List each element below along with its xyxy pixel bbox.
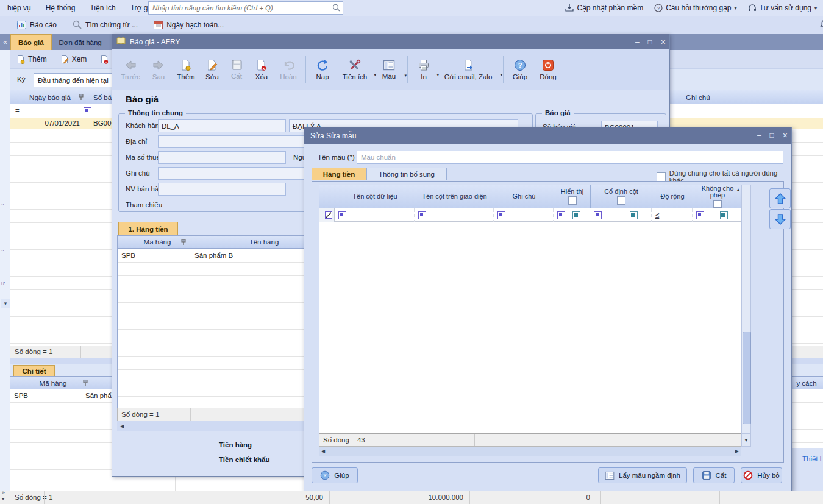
search-icon[interactable] — [332, 4, 343, 13]
toolbar-print-button[interactable]: In▾ — [411, 59, 436, 80]
find-voucher-button[interactable]: Tìm chứng từ ... — [73, 20, 138, 29]
list-view-button[interactable]: Xem — [60, 55, 87, 64]
close-icon[interactable]: × — [783, 130, 788, 140]
bell-icon[interactable] — [820, 20, 823, 30]
customer-code-field[interactable]: DL_A — [158, 119, 286, 132]
update-software[interactable]: Cập nhật phần mềm — [565, 4, 643, 12]
support-menu[interactable]: Tư vấn sử dụng▾ — [748, 4, 817, 12]
toolbar-undo-button[interactable]: Hoàn — [274, 59, 302, 80]
sidebar-dropdown-icon[interactable]: ▼ — [1, 299, 10, 308]
filter-visible[interactable] — [554, 208, 590, 222]
pin-icon[interactable] — [181, 239, 186, 247]
toolbar-delete-button[interactable]: xXóa — [249, 59, 274, 80]
column-divider[interactable] — [90, 90, 90, 104]
modal-titlebar[interactable]: Sửa Sửa mẫu –□× — [304, 127, 791, 144]
template-name-input[interactable] — [357, 151, 783, 163]
detail-tab[interactable]: Chi tiết — [13, 365, 55, 377]
list-add-button[interactable]: Thêm — [16, 55, 47, 64]
col-quy-cach-partial[interactable]: y cách — [791, 377, 822, 389]
search-input[interactable] — [149, 4, 332, 12]
column-divider[interactable] — [191, 236, 191, 248]
report-button[interactable]: Báo cáo — [17, 21, 57, 29]
grid-vscrollbar[interactable] — [741, 185, 751, 433]
items-tab[interactable]: 1. Hàng tiền — [118, 222, 178, 236]
filter-icon[interactable] — [84, 107, 91, 115]
move-down-button[interactable] — [769, 209, 791, 229]
toolbar-prev-button[interactable]: Trước — [116, 59, 145, 80]
minimize-icon[interactable]: – — [757, 131, 761, 140]
settings-link[interactable]: Thiết l — [802, 455, 821, 463]
col-note[interactable]: Ghi chú — [494, 185, 554, 208]
scroll-left-icon[interactable]: ◀ — [120, 424, 124, 429]
grid-hscrollbar[interactable]: ◀ ▶ — [319, 447, 741, 456]
grid-filter-row[interactable]: ≤ — [319, 208, 741, 222]
toolbar-template-button[interactable]: Mẫu▾ — [374, 60, 404, 80]
filter-locked[interactable] — [693, 208, 741, 222]
minimize-icon[interactable]: – — [635, 38, 640, 46]
sales-field[interactable] — [158, 183, 286, 196]
scroll-down-button[interactable]: ▼ — [741, 433, 751, 447]
toolbar-add-button[interactable]: Thêm — [172, 59, 200, 80]
help-button[interactable]: ?Giúp — [312, 467, 358, 483]
tab-thong-tin-bo-sung[interactable]: Thông tin bổ sung — [366, 168, 447, 180]
filter-width[interactable]: ≤ — [652, 208, 693, 222]
check-all-visible[interactable] — [568, 196, 577, 205]
col-width[interactable]: Độ rộng — [652, 185, 693, 208]
toolbar-reload-button[interactable]: Nạp — [309, 59, 336, 80]
col-field-name[interactable]: Tên cột dữ liệu — [335, 185, 415, 208]
toolbar-edit-button[interactable]: Sửa — [200, 59, 224, 80]
scroll-left-icon[interactable]: ◀ — [321, 449, 325, 454]
toolbar-next-button[interactable]: Sau — [145, 59, 172, 80]
toolbar-save-button[interactable]: Cất — [224, 59, 249, 80]
tax-field[interactable] — [158, 151, 286, 164]
expand-icon[interactable]: » — [2, 489, 5, 495]
default-template-button[interactable]: Lấy mẫu ngầm định — [598, 467, 687, 483]
collapse-sidebar-icon[interactable]: « — [0, 34, 10, 50]
feature-search[interactable] — [148, 1, 343, 15]
filter-fixed[interactable] — [590, 208, 652, 222]
col-ghi-chu[interactable]: Ghi chú — [686, 90, 722, 104]
col-display-name[interactable]: Tên cột trên giao diện — [415, 185, 494, 208]
save-button[interactable]: Cất — [693, 467, 735, 483]
col-visible[interactable]: Hiển thị — [554, 185, 591, 208]
tab-don-dat-hang[interactable]: Đơn đặt hàng — [52, 35, 109, 50]
move-up-button[interactable] — [769, 188, 791, 208]
col-locked[interactable]: Không cho phép▲ — [693, 185, 742, 208]
menu-he-thong[interactable]: Hệ thống — [38, 4, 83, 12]
arrow-left-icon — [124, 59, 137, 71]
check-all-locked[interactable] — [713, 200, 722, 208]
dialog-titlebar[interactable]: Báo giá - AFRY –□× — [112, 34, 669, 49]
toolbar-send-email-button[interactable]: Gửi email, Zalo▾ — [436, 59, 500, 80]
filter-note[interactable] — [494, 208, 554, 222]
toolbar-utilities-button[interactable]: Tiện ích▾ — [336, 59, 374, 80]
check-all-fixed[interactable] — [617, 196, 625, 205]
menu-tien-ich[interactable]: Tiện ích — [82, 4, 123, 12]
posting-date-button[interactable]: Ngày hạch toán... — [154, 21, 224, 29]
pin-icon[interactable] — [79, 94, 84, 102]
maximize-icon[interactable]: □ — [648, 38, 652, 46]
filter-operator[interactable]: = — [15, 107, 20, 114]
col-ngay-bao-gia[interactable]: Ngày báo giá — [23, 90, 77, 104]
maximize-icon[interactable]: □ — [770, 131, 774, 140]
filter-display[interactable] — [415, 208, 494, 222]
dropdown-icon[interactable]: ▾ — [2, 496, 4, 502]
toolbar-help-button[interactable]: ?Giúp — [507, 59, 533, 80]
cancel-button[interactable]: Hủy bỏ — [741, 467, 782, 483]
collapsed-sidebar[interactable]: .. .. ư.. ▼ — [0, 50, 11, 491]
col-ten-hang[interactable]: Tên hàng — [227, 236, 301, 248]
faq-menu[interactable]: ?Câu hỏi thường gặp▾ — [654, 4, 736, 12]
col-fixed[interactable]: Cố định cột — [591, 185, 652, 208]
menu-nghiep-vu[interactable]: hiệp vụ — [0, 4, 38, 12]
toolbar-close-button[interactable]: Đóng — [533, 59, 563, 80]
tab-bao-gia[interactable]: Báo giá — [10, 34, 52, 50]
column-divider[interactable] — [94, 377, 94, 389]
scroll-thumb[interactable] — [743, 332, 751, 424]
scroll-right-icon[interactable]: ▶ — [735, 449, 739, 454]
col-ma-hang[interactable]: Mã hàng — [136, 236, 179, 248]
tab-hang-tien[interactable]: Hàng tiền — [312, 168, 366, 180]
pin-icon[interactable] — [83, 380, 88, 388]
filter-field[interactable] — [335, 208, 415, 222]
close-icon[interactable]: × — [661, 37, 666, 47]
col-ma-hang[interactable]: Mã hàng — [29, 377, 77, 389]
checkbox-icon[interactable] — [657, 172, 666, 182]
